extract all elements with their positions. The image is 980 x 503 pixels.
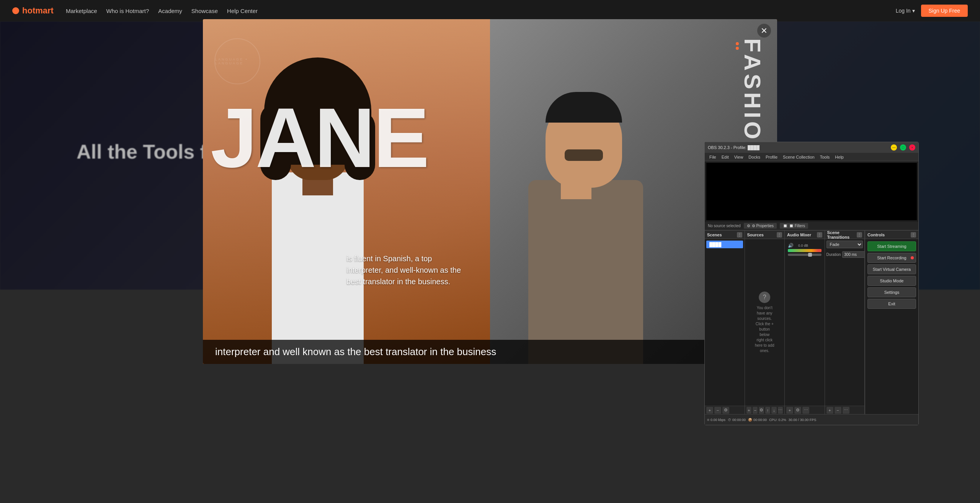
obs-audio-fader-thumb[interactable] xyxy=(808,253,812,257)
hotmart-logo-icon xyxy=(12,7,19,14)
obs-transitions-menu-button[interactable]: ⋮ xyxy=(857,232,862,238)
obs-studio-mode-button[interactable]: Studio Mode xyxy=(867,276,916,286)
obs-exit-button[interactable]: Exit xyxy=(867,299,916,309)
obs-status-bar: 0.00 kbps ⏱ 00:00:00 📦 00:00:00 CPU: 0.2… xyxy=(705,414,918,425)
obs-menu-view[interactable]: View xyxy=(732,154,746,160)
man-body xyxy=(528,180,643,364)
jane-close-button[interactable]: × xyxy=(757,24,771,38)
gear-icon: ⚙ xyxy=(747,224,750,228)
obs-close-button[interactable]: × xyxy=(909,144,915,151)
obs-audio-add-button[interactable]: + xyxy=(786,407,793,414)
obs-properties-label: ⚙ Properties xyxy=(752,224,774,228)
obs-scene-settings-button[interactable]: ⚙ xyxy=(722,407,729,414)
obs-transitions-content: Fade Cut Swipe Duration xyxy=(825,239,865,406)
obs-transition-type-select[interactable]: Fade Cut Swipe xyxy=(826,241,863,248)
hotmart-logo-text: hotmart xyxy=(22,6,54,16)
nav-marketplace[interactable]: Marketplace xyxy=(66,8,97,14)
obs-sources-panel: Sources ⋮ ? You don't have any sources.C… xyxy=(745,231,785,414)
obs-properties-button[interactable]: ⚙ ⚙ Properties xyxy=(744,223,777,229)
login-button[interactable]: Log In ▾ xyxy=(896,8,915,14)
obs-audio-vol-db: 0.0 dB xyxy=(797,244,808,247)
obs-start-virtual-camera-button[interactable]: Start Virtual Camera xyxy=(867,264,916,274)
obs-scenes-panel: Scenes ⋮ ████ + − ⚙ xyxy=(705,231,745,414)
obs-window: OBS 30.2.3 - Profile: ████ — □ × File Ed… xyxy=(704,142,919,425)
signup-button[interactable]: Sign Up Free xyxy=(921,5,968,17)
obs-transition-more-button[interactable]: ⋯ xyxy=(843,407,849,414)
hotmart-nav: hotmart Marketplace Who is Hotmart? Acad… xyxy=(0,0,980,21)
obs-sources-menu-button[interactable]: ⋮ xyxy=(777,232,782,238)
obs-panels-wrapper: Scenes ⋮ ████ + − ⚙ Sources ⋮ xyxy=(705,230,918,414)
obs-controls-menu-button[interactable]: ⋮ xyxy=(911,232,916,238)
obs-source-remove-button[interactable]: − xyxy=(753,407,758,414)
obs-duration-label: Duration xyxy=(826,252,841,257)
obs-menu-scene-collection[interactable]: Scene Collection xyxy=(781,154,817,160)
obs-filters-button[interactable]: 🔲 🔲 Filters xyxy=(780,223,808,229)
obs-audio-menu-button[interactable]: ⋮ xyxy=(817,232,822,238)
obs-transition-remove-button[interactable]: − xyxy=(835,407,841,414)
nav-academy[interactable]: Academy xyxy=(158,8,182,14)
obs-scenes-toolbar: + − ⚙ xyxy=(705,406,745,414)
obs-window-controls: — □ × xyxy=(891,144,915,151)
obs-sources-question-icon: ? xyxy=(759,292,770,303)
obs-menu-file[interactable]: File xyxy=(707,154,719,160)
obs-status-cpu: CPU: 0.2% xyxy=(769,418,786,422)
obs-menubar: File Edit View Docks Profile Scene Colle… xyxy=(705,153,918,161)
jane-left-panel: LANGUAGE • LANGUAGE JANE is fluent in Sp xyxy=(203,19,490,364)
nav-showcase[interactable]: Showcase xyxy=(191,8,218,14)
obs-controls-header: Controls ⋮ xyxy=(865,231,918,239)
man-hair xyxy=(546,92,622,123)
obs-audio-settings-button[interactable]: ⚙ xyxy=(794,407,801,414)
hotmart-nav-links: Marketplace Who is Hotmart? Academy Show… xyxy=(66,8,258,14)
obs-duration-input[interactable] xyxy=(842,251,864,258)
obs-source-add-button[interactable]: + xyxy=(746,407,751,414)
obs-cpu-value: CPU: 0.2% xyxy=(769,418,786,422)
obs-menu-tools[interactable]: Tools xyxy=(818,154,832,160)
obs-settings-button[interactable]: Settings xyxy=(867,287,916,297)
obs-menu-edit[interactable]: Edit xyxy=(719,154,731,160)
obs-controls-content: Start Streaming Start Recording Start Vi… xyxy=(865,239,918,414)
obs-time-icon: ⏱ xyxy=(728,418,731,422)
obs-menu-profile[interactable]: Profile xyxy=(763,154,780,160)
obs-source-settings-button[interactable]: ⚙ xyxy=(759,407,764,414)
obs-audio-more-button[interactable]: ⋯ xyxy=(802,407,809,414)
jane-large-text: JANE xyxy=(211,96,428,180)
obs-start-recording-button[interactable]: Start Recording xyxy=(867,253,916,263)
obs-status-time: ⏱ 00:00:00 xyxy=(728,418,746,422)
nav-right-actions: Log In ▾ Sign Up Free xyxy=(896,5,968,17)
obs-audio-fader[interactable] xyxy=(788,254,822,256)
obs-panels: Scenes ⋮ ████ + − ⚙ Sources ⋮ xyxy=(705,230,918,414)
obs-start-streaming-button[interactable]: Start Streaming xyxy=(867,241,916,251)
obs-sources-header: Sources ⋮ xyxy=(745,231,785,239)
obs-audio-content: 🔊 0.0 dB xyxy=(785,239,825,406)
obs-scenes-header: Scenes ⋮ xyxy=(705,231,745,239)
obs-bitrate-value: 0.00 kbps xyxy=(710,418,725,422)
obs-maximize-button[interactable]: □ xyxy=(900,144,906,151)
nav-help[interactable]: Help Center xyxy=(227,8,258,14)
obs-source-more-button[interactable]: ⋯ xyxy=(778,407,783,414)
obs-transition-add-button[interactable]: + xyxy=(826,407,833,414)
obs-audio-header: Audio Mixer ⋮ xyxy=(785,231,825,239)
nav-who[interactable]: Who is Hotmart? xyxy=(106,8,149,14)
obs-audio-controls: 🔊 0.0 dB xyxy=(786,241,823,257)
obs-scenes-menu-button[interactable]: ⋮ xyxy=(737,232,742,238)
obs-source-down-button[interactable]: ↓ xyxy=(771,407,776,414)
obs-virtual-camera-label: Start Virtual Camera xyxy=(873,267,911,272)
obs-audio-vol-row: 🔊 0.0 dB xyxy=(788,242,822,249)
obs-scene-remove-button[interactable]: − xyxy=(714,407,721,414)
obs-transitions-header: Scene Transitions ⋮ xyxy=(825,231,865,239)
obs-audio-mic-icon: 🔊 xyxy=(788,243,794,248)
obs-scenes-title: Scenes xyxy=(707,233,736,237)
obs-dropped-icon: 📦 xyxy=(748,418,752,422)
obs-titlebar: OBS 30.2.3 - Profile: ████ — □ × xyxy=(705,142,918,153)
obs-transitions-panel: Scene Transitions ⋮ Fade Cut Swipe Durat… xyxy=(825,231,865,414)
obs-menu-help[interactable]: Help xyxy=(833,154,846,160)
obs-menu-docks[interactable]: Docks xyxy=(746,154,763,160)
jane-popup: × LANGUAGE • LANGUAGE JANE xyxy=(203,19,777,364)
obs-transitions-title: Scene Transitions xyxy=(827,230,856,239)
obs-scene-item[interactable]: ████ xyxy=(706,241,743,248)
filter-icon: 🔲 xyxy=(783,224,787,228)
obs-minimize-button[interactable]: — xyxy=(891,144,897,151)
obs-source-up-button[interactable]: ↑ xyxy=(765,407,770,414)
obs-scene-add-button[interactable]: + xyxy=(706,407,713,414)
obs-controls-panel: Controls ⋮ Start Streaming Start Recordi… xyxy=(865,231,918,414)
